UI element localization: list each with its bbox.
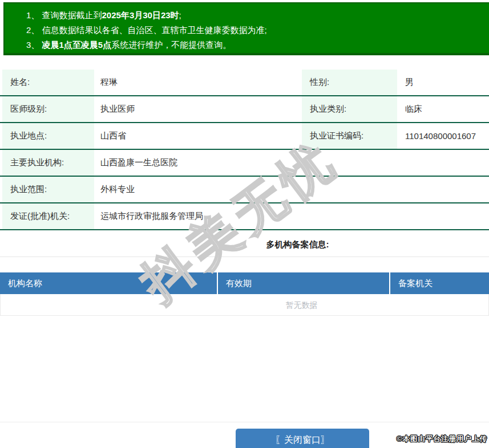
table-row-location-certno: 执业地点: 山西省 执业证书编码: 110140800001607	[0, 123, 489, 150]
practice-scope-label: 执业范围:	[2, 177, 94, 202]
main-institution-value: 山西盈康一生总医院	[94, 150, 489, 176]
gender-value: 男	[397, 70, 489, 95]
certificate-number-label: 执业证书编码:	[302, 123, 397, 149]
doctor-info-table: 姓名: 程琳 性别: 男 医师级别: 执业医师 执业类别: 临床 执业地点: 山…	[0, 70, 489, 230]
notice-line-3: 3、 凌晨1点至凌晨5点系统进行维护，不能提供查询。	[26, 38, 489, 52]
notice-banner: 1、 查询数据截止到2025年3月30日23时; 2、 信息数据结果以各省、自治…	[3, 2, 489, 55]
footer-divider	[0, 422, 489, 422]
notice-line-1: 1、 查询数据截止到2025年3月30日23时;	[26, 8, 489, 23]
table-row-issuing-authority: 发证(批准)机关: 运城市行政审批服务管理局	[0, 203, 489, 230]
multi-org-table-header: 机构名称 有效期 备案机关	[0, 272, 489, 294]
name-label: 姓名:	[2, 70, 94, 95]
notice-line-3-text: 3、	[26, 40, 42, 50]
notice-line-3-tail: 系统进行维护，不能提供查询。	[111, 40, 231, 50]
practice-location-value: 山西省	[94, 123, 302, 149]
issuing-authority-value: 运城市行政审批服务管理局	[94, 203, 489, 229]
upload-credit-watermark: ©本图由平台注册用户上传	[397, 434, 487, 444]
practice-category-value: 临床	[397, 96, 489, 122]
table-row-practice-scope: 执业范围: 外科专业	[0, 177, 489, 203]
certificate-number-value: 110140800001607	[397, 123, 489, 149]
column-header-filing-authority: 备案机关	[389, 272, 489, 294]
close-window-button[interactable]: 〖关闭窗口〗	[236, 429, 369, 448]
practice-scope-value: 外科专业	[94, 177, 489, 202]
table-row-level-category: 医师级别: 执业医师 执业类别: 临床	[0, 96, 489, 123]
multi-org-section-title: 多机构备案信息:	[0, 230, 489, 257]
column-header-institution-name: 机构名称	[0, 272, 217, 294]
practice-location-label: 执业地点:	[2, 123, 94, 149]
gender-label: 性别:	[302, 70, 397, 95]
doctor-level-value: 执业医师	[94, 96, 302, 122]
main-institution-label: 主要执业机构:	[2, 150, 94, 176]
issuing-authority-label: 发证(批准)机关:	[2, 203, 94, 229]
doctor-level-label: 医师级别:	[2, 96, 94, 122]
notice-line-1-tail: ;	[179, 10, 181, 20]
column-header-validity-period: 有效期	[217, 272, 389, 294]
table-row-name-gender: 姓名: 程琳 性别: 男	[0, 70, 489, 96]
empty-data-placeholder: 暂无数据	[0, 294, 489, 316]
notice-line-1-text: 1、 查询数据截止到	[26, 10, 102, 20]
name-value: 程琳	[94, 70, 302, 95]
notice-line-2: 2、 信息数据结果以各省、自治区、直辖市卫生健康委数据为准;	[26, 23, 489, 38]
notice-line-2-text: 2、 信息数据结果以各省、自治区、直辖市卫生健康委数据为准;	[26, 25, 267, 35]
notice-line-1-bold: 2025年3月30日23时	[102, 10, 179, 20]
table-row-main-institution: 主要执业机构: 山西盈康一生总医院	[0, 150, 489, 177]
notice-line-3-bold: 凌晨1点至凌晨5点	[42, 40, 112, 50]
practice-category-label: 执业类别:	[302, 96, 397, 122]
